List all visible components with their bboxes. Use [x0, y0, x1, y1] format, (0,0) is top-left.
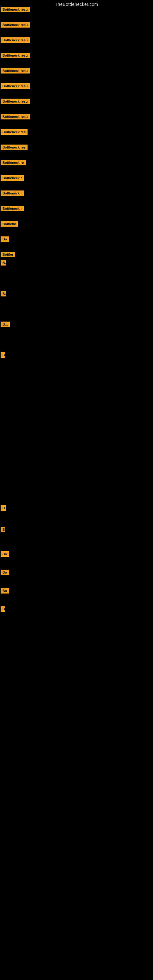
- bottleneck-badge-13[interactable]: Bottleneck r: [1, 206, 24, 211]
- bottleneck-badge-5[interactable]: Bottleneck resu: [1, 83, 30, 89]
- bottleneck-badge-2[interactable]: Bottleneck resu: [1, 37, 30, 43]
- bottleneck-badge-11[interactable]: Bottleneck r: [1, 175, 24, 181]
- bottleneck-badge-16[interactable]: Bottler: [1, 252, 15, 257]
- bottleneck-badge-18[interactable]: B: [1, 291, 6, 296]
- bottleneck-badge-22[interactable]: B: [1, 527, 5, 532]
- bottleneck-badge-14[interactable]: Bottlene: [1, 221, 18, 227]
- bottleneck-badge-15[interactable]: Bo: [1, 236, 9, 242]
- bottleneck-badge-4[interactable]: Bottleneck resu: [1, 68, 30, 73]
- bottleneck-badge-26[interactable]: B: [1, 606, 5, 612]
- bottleneck-badge-0[interactable]: Bottleneck resu: [1, 7, 30, 12]
- bottleneck-badge-7[interactable]: Bottleneck resu: [1, 114, 30, 119]
- bottleneck-badge-25[interactable]: Bo: [1, 588, 9, 593]
- bottleneck-badge-6[interactable]: Bottleneck resu: [1, 99, 30, 104]
- bottleneck-badge-3[interactable]: Bottleneck resu: [1, 52, 30, 58]
- bottleneck-badge-19[interactable]: Bot: [1, 321, 10, 327]
- bottleneck-badge-24[interactable]: Bo: [1, 570, 9, 575]
- bottleneck-badge-10[interactable]: Bottleneck re: [1, 160, 26, 165]
- bottleneck-badge-21[interactable]: B: [1, 505, 6, 511]
- bottleneck-badge-1[interactable]: Bottleneck resu: [1, 22, 30, 27]
- bottleneck-badge-23[interactable]: Bo: [1, 551, 9, 557]
- bottleneck-badge-12[interactable]: Bottleneck r: [1, 191, 24, 196]
- bottleneck-badge-20[interactable]: B: [1, 352, 5, 358]
- bottleneck-badge-9[interactable]: Bottleneck res: [1, 145, 27, 150]
- bottleneck-badge-8[interactable]: Bottleneck res: [1, 129, 27, 135]
- bottleneck-badge-17[interactable]: B: [1, 260, 6, 266]
